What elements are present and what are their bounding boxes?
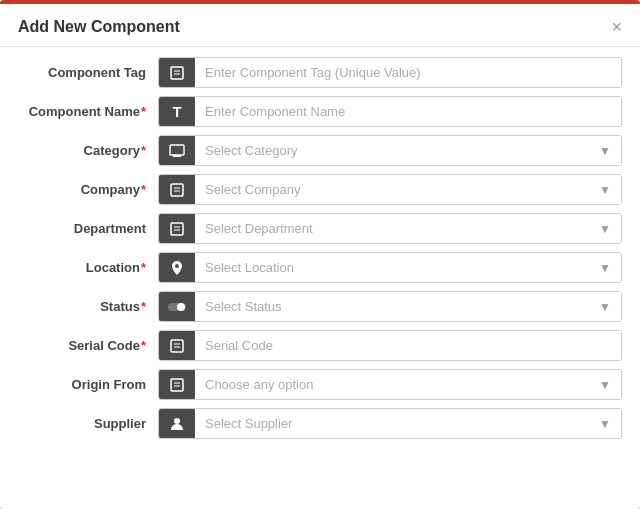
form-row-origin-from: Origin From Choose any option ▼	[18, 369, 622, 400]
label-component-tag: Component Tag	[18, 65, 158, 80]
svg-rect-4	[173, 155, 181, 157]
select-wrapper-supplier: Select Supplier ▼	[158, 408, 622, 439]
label-company: Company*	[18, 182, 158, 197]
component-tag-icon	[159, 58, 195, 87]
company-icon	[159, 175, 195, 204]
label-supplier: Supplier	[18, 416, 158, 431]
label-department: Department	[18, 221, 158, 236]
form-row-location: Location* Select Location ▼	[18, 252, 622, 283]
input-wrapper-component-tag	[158, 57, 622, 88]
component-name-input[interactable]	[195, 97, 621, 126]
svg-point-12	[177, 303, 185, 311]
svg-rect-13	[171, 340, 183, 352]
location-select[interactable]: Select Location	[195, 253, 621, 282]
svg-rect-16	[171, 379, 183, 391]
required-star: *	[141, 338, 146, 353]
svg-rect-5	[171, 184, 183, 196]
label-origin-from: Origin From	[18, 377, 158, 392]
form-row-department: Department Select Department ▼	[18, 213, 622, 244]
modal-body: Component Tag Component Name* T	[0, 47, 640, 461]
required-star: *	[141, 299, 146, 314]
status-icon	[159, 292, 195, 321]
form-row-component-tag: Component Tag	[18, 57, 622, 88]
form-row-serial-code: Serial Code*	[18, 330, 622, 361]
status-select[interactable]: Select Status	[195, 292, 621, 321]
component-name-icon: T	[159, 97, 195, 126]
form-row-status: Status* Select Status ▼	[18, 291, 622, 322]
required-star: *	[141, 104, 146, 119]
serial-code-icon	[159, 331, 195, 360]
select-wrapper-department: Select Department ▼	[158, 213, 622, 244]
form-row-supplier: Supplier Select Supplier ▼	[18, 408, 622, 439]
modal-header: Add New Component ×	[0, 4, 640, 47]
serial-code-input[interactable]	[195, 331, 621, 360]
origin-from-icon	[159, 370, 195, 399]
svg-point-19	[174, 418, 180, 424]
input-wrapper-component-name: T	[158, 96, 622, 127]
select-wrapper-location: Select Location ▼	[158, 252, 622, 283]
company-select[interactable]: Select Company	[195, 175, 621, 204]
select-wrapper-company: Select Company ▼	[158, 174, 622, 205]
form-row-company: Company* Select Company ▼	[18, 174, 622, 205]
svg-rect-3	[170, 145, 184, 155]
category-icon	[159, 136, 195, 165]
label-status: Status*	[18, 299, 158, 314]
form-row-component-name: Component Name* T	[18, 96, 622, 127]
category-select[interactable]: Select Category	[195, 136, 621, 165]
svg-rect-0	[171, 67, 183, 79]
required-star: *	[141, 182, 146, 197]
close-button[interactable]: ×	[611, 18, 622, 36]
origin-from-select[interactable]: Choose any option	[195, 370, 621, 399]
svg-rect-8	[171, 223, 183, 235]
input-wrapper-serial-code	[158, 330, 622, 361]
supplier-select[interactable]: Select Supplier	[195, 409, 621, 438]
department-icon	[159, 214, 195, 243]
component-tag-input[interactable]	[195, 58, 621, 87]
label-location: Location*	[18, 260, 158, 275]
department-select[interactable]: Select Department	[195, 214, 621, 243]
add-component-modal: Add New Component × Component Tag Compon…	[0, 0, 640, 509]
label-serial-code: Serial Code*	[18, 338, 158, 353]
select-wrapper-origin-from: Choose any option ▼	[158, 369, 622, 400]
form-row-category: Category* Select Category ▼	[18, 135, 622, 166]
label-component-name: Component Name*	[18, 104, 158, 119]
required-star: *	[141, 260, 146, 275]
select-wrapper-category: Select Category ▼	[158, 135, 622, 166]
supplier-icon	[159, 409, 195, 438]
location-icon	[159, 253, 195, 282]
label-category: Category*	[18, 143, 158, 158]
select-wrapper-status: Select Status ▼	[158, 291, 622, 322]
modal-title: Add New Component	[18, 18, 180, 36]
required-star: *	[141, 143, 146, 158]
